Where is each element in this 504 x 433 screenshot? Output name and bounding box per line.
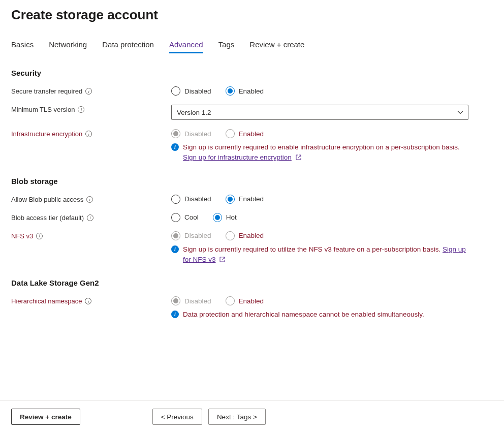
info-icon[interactable]: i (78, 106, 84, 113)
info-icon[interactable]: i (85, 131, 92, 137)
info-text: Data protection and hierarchical namespa… (183, 310, 424, 320)
info-icon[interactable]: i (87, 214, 93, 221)
info-icon[interactable]: i (85, 298, 91, 304)
label-nfs-v3: NFS v3 (11, 232, 33, 240)
label-min-tls: Minimum TLS version (11, 106, 75, 113)
section-header-datalake: Data Lake Storage Gen2 (11, 279, 493, 287)
info-icon[interactable]: i (86, 196, 93, 203)
radio-tier-hot[interactable]: Hot (213, 213, 237, 222)
label-blob-public-access: Allow Blob public access (11, 196, 83, 203)
radio-infra-encryption-enabled: Enabled (226, 129, 264, 138)
tab-tags[interactable]: Tags (218, 37, 235, 53)
radio-nfs-enabled: Enabled (226, 231, 264, 240)
link-signup-infra-encryption[interactable]: Sign up for infrastructure encryption (183, 153, 292, 161)
radio-label: Disabled (184, 87, 211, 95)
tab-networking[interactable]: Networking (49, 37, 87, 53)
external-link-icon (296, 153, 301, 163)
select-value: Version 1.2 (177, 109, 211, 116)
label-hierarchical-namespace: Hierarchical namespace (11, 297, 82, 305)
external-link-icon (219, 255, 225, 265)
radio-label: Enabled (239, 130, 264, 138)
tab-data-protection[interactable]: Data protection (102, 37, 154, 53)
radio-secure-transfer-enabled[interactable]: Enabled (226, 86, 264, 96)
radio-tier-cool[interactable]: Cool (171, 213, 199, 222)
radio-label: Disabled (184, 297, 211, 305)
label-blob-access-tier: Blob access tier (default) (11, 214, 84, 222)
info-icon[interactable]: i (36, 233, 43, 239)
radio-label: Disabled (184, 195, 211, 203)
radio-hns-disabled: Disabled (171, 296, 211, 305)
radio-label: Disabled (184, 232, 211, 239)
section-header-security: Security (11, 69, 493, 77)
info-text: Sign up is currently required to utilize… (183, 245, 443, 253)
radio-label: Disabled (184, 130, 211, 138)
page-title: Create storage account (11, 7, 493, 23)
info-box-nfs: i Sign up is currently required to utili… (171, 244, 466, 266)
radio-label: Cool (184, 213, 199, 221)
tab-bar: Basics Networking Data protection Advanc… (11, 37, 493, 53)
radio-infra-encryption-disabled: Disabled (171, 129, 211, 138)
info-box-hns: i Data protection and hierarchical names… (171, 310, 466, 320)
radio-label: Enabled (239, 195, 264, 203)
radio-label: Enabled (239, 297, 264, 305)
radio-label: Enabled (239, 87, 264, 95)
label-infra-encryption: Infrastructure encryption (11, 130, 82, 138)
radio-blob-public-disabled[interactable]: Disabled (171, 195, 211, 204)
tab-basics[interactable]: Basics (11, 37, 34, 53)
radio-label: Enabled (239, 232, 264, 239)
radio-label: Hot (226, 213, 237, 221)
select-min-tls[interactable]: Version 1.2 (171, 105, 468, 120)
label-secure-transfer: Secure transfer required (11, 87, 82, 95)
info-bubble-icon: i (171, 245, 179, 253)
section-header-blob: Blob storage (11, 177, 493, 185)
info-box-infra-encryption: i Sign up is currently required to enabl… (171, 142, 466, 164)
info-bubble-icon: i (171, 143, 179, 151)
radio-secure-transfer-disabled[interactable]: Disabled (171, 86, 211, 96)
info-text: Sign up is currently required to enable … (183, 143, 460, 151)
tab-review-create[interactable]: Review + create (249, 37, 304, 53)
radio-blob-public-enabled[interactable]: Enabled (226, 195, 264, 204)
info-icon[interactable]: i (85, 88, 92, 95)
radio-hns-enabled: Enabled (226, 296, 264, 305)
tab-advanced[interactable]: Advanced (169, 37, 203, 53)
radio-nfs-disabled: Disabled (171, 231, 211, 240)
info-bubble-icon: i (171, 311, 179, 318)
